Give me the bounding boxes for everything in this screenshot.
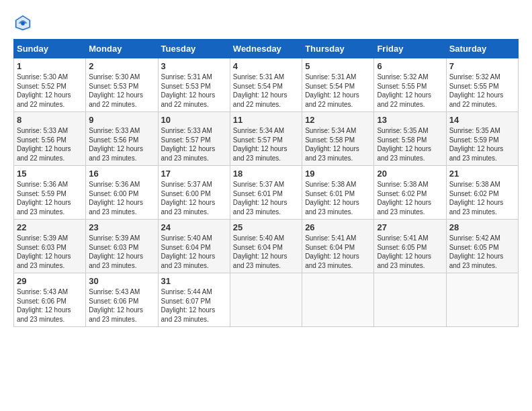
day-info: Sunrise: 5:40 AMSunset: 6:04 PMDaylight:… [161,234,227,270]
calendar-cell [230,273,302,327]
calendar-header-tuesday: Tuesday [158,40,230,58]
calendar-week-3: 15Sunrise: 5:36 AMSunset: 5:59 PMDayligh… [14,166,519,220]
day-number: 17 [161,169,227,179]
calendar-header-wednesday: Wednesday [230,40,302,58]
day-number: 25 [233,222,299,232]
day-number: 4 [233,61,299,71]
day-info: Sunrise: 5:30 AMSunset: 5:52 PMDaylight:… [17,73,83,109]
day-number: 12 [305,115,371,125]
day-number: 14 [449,115,515,125]
calendar-cell [446,273,518,327]
day-info: Sunrise: 5:35 AMSunset: 5:59 PMDaylight:… [449,126,515,163]
calendar-cell: 12Sunrise: 5:34 AMSunset: 5:58 PMDayligh… [302,112,374,166]
calendar-cell: 16Sunrise: 5:36 AMSunset: 6:00 PMDayligh… [86,166,158,220]
calendar-cell [302,273,374,327]
day-info: Sunrise: 5:39 AMSunset: 6:03 PMDaylight:… [89,234,154,270]
logo [13,13,35,32]
day-info: Sunrise: 5:31 AMSunset: 5:54 PMDaylight:… [233,73,299,109]
day-number: 16 [89,169,154,179]
day-number: 10 [161,115,227,125]
day-info: Sunrise: 5:32 AMSunset: 5:55 PMDaylight:… [377,73,443,109]
day-info: Sunrise: 5:35 AMSunset: 5:58 PMDaylight:… [377,126,443,163]
calendar-cell: 23Sunrise: 5:39 AMSunset: 6:03 PMDayligh… [86,220,158,273]
day-number: 22 [17,222,83,232]
calendar-cell: 1Sunrise: 5:30 AMSunset: 5:52 PMDaylight… [14,58,86,112]
day-info: Sunrise: 5:41 AMSunset: 6:05 PMDaylight:… [377,234,443,270]
calendar-cell: 22Sunrise: 5:39 AMSunset: 6:03 PMDayligh… [14,220,86,273]
day-info: Sunrise: 5:38 AMSunset: 6:01 PMDaylight:… [305,180,371,216]
calendar-cell [374,273,446,327]
calendar-cell: 3Sunrise: 5:31 AMSunset: 5:53 PMDaylight… [158,58,230,112]
day-number: 31 [161,276,227,286]
day-number: 8 [17,115,83,125]
day-number: 21 [449,169,515,179]
calendar-cell: 4Sunrise: 5:31 AMSunset: 5:54 PMDaylight… [230,58,302,112]
day-info: Sunrise: 5:30 AMSunset: 5:53 PMDaylight:… [89,73,154,109]
calendar-cell: 24Sunrise: 5:40 AMSunset: 6:04 PMDayligh… [158,220,230,273]
day-number: 28 [449,222,515,232]
calendar-cell: 13Sunrise: 5:35 AMSunset: 5:58 PMDayligh… [374,112,446,166]
day-info: Sunrise: 5:37 AMSunset: 6:01 PMDaylight:… [233,180,299,216]
calendar-cell: 21Sunrise: 5:38 AMSunset: 6:02 PMDayligh… [446,166,518,220]
calendar-header-thursday: Thursday [302,40,374,58]
page-header [13,13,519,32]
calendar-cell: 27Sunrise: 5:41 AMSunset: 6:05 PMDayligh… [374,220,446,273]
day-info: Sunrise: 5:43 AMSunset: 6:06 PMDaylight:… [17,287,83,324]
calendar-header-sunday: Sunday [14,40,86,58]
calendar-cell: 2Sunrise: 5:30 AMSunset: 5:53 PMDaylight… [86,58,158,112]
calendar-week-1: 1Sunrise: 5:30 AMSunset: 5:52 PMDaylight… [14,58,519,112]
calendar-cell: 18Sunrise: 5:37 AMSunset: 6:01 PMDayligh… [230,166,302,220]
day-number: 30 [89,276,154,286]
calendar-cell: 29Sunrise: 5:43 AMSunset: 6:06 PMDayligh… [14,273,86,327]
day-info: Sunrise: 5:38 AMSunset: 6:02 PMDaylight:… [449,180,515,216]
day-info: Sunrise: 5:31 AMSunset: 5:54 PMDaylight:… [305,73,371,109]
day-info: Sunrise: 5:42 AMSunset: 6:05 PMDaylight:… [449,234,515,270]
day-info: Sunrise: 5:43 AMSunset: 6:06 PMDaylight:… [89,287,154,324]
logo-icon [13,13,32,32]
day-info: Sunrise: 5:37 AMSunset: 6:00 PMDaylight:… [161,180,227,216]
day-number: 1 [17,61,83,71]
calendar-cell: 26Sunrise: 5:41 AMSunset: 6:04 PMDayligh… [302,220,374,273]
calendar-header-row: SundayMondayTuesdayWednesdayThursdayFrid… [14,40,519,58]
day-number: 3 [161,61,227,71]
day-number: 6 [377,61,443,71]
day-info: Sunrise: 5:38 AMSunset: 6:02 PMDaylight:… [377,180,443,216]
calendar-cell: 25Sunrise: 5:40 AMSunset: 6:04 PMDayligh… [230,220,302,273]
day-number: 5 [305,61,371,71]
calendar-cell: 5Sunrise: 5:31 AMSunset: 5:54 PMDaylight… [302,58,374,112]
day-info: Sunrise: 5:39 AMSunset: 6:03 PMDaylight:… [17,234,83,270]
calendar-cell: 9Sunrise: 5:33 AMSunset: 5:56 PMDaylight… [86,112,158,166]
day-number: 23 [89,222,154,232]
day-number: 24 [161,222,227,232]
day-number: 26 [305,222,371,232]
day-number: 9 [89,115,154,125]
day-info: Sunrise: 5:31 AMSunset: 5:53 PMDaylight:… [161,73,227,109]
day-number: 18 [233,169,299,179]
calendar-cell: 17Sunrise: 5:37 AMSunset: 6:00 PMDayligh… [158,166,230,220]
day-number: 2 [89,61,154,71]
calendar-cell: 11Sunrise: 5:34 AMSunset: 5:57 PMDayligh… [230,112,302,166]
day-info: Sunrise: 5:44 AMSunset: 6:07 PMDaylight:… [161,287,227,324]
calendar-week-2: 8Sunrise: 5:33 AMSunset: 5:56 PMDaylight… [14,112,519,166]
calendar-cell: 10Sunrise: 5:33 AMSunset: 5:57 PMDayligh… [158,112,230,166]
day-info: Sunrise: 5:33 AMSunset: 5:56 PMDaylight:… [17,126,83,163]
day-number: 20 [377,169,443,179]
calendar-cell: 30Sunrise: 5:43 AMSunset: 6:06 PMDayligh… [86,273,158,327]
calendar-week-4: 22Sunrise: 5:39 AMSunset: 6:03 PMDayligh… [14,220,519,273]
calendar-cell: 31Sunrise: 5:44 AMSunset: 6:07 PMDayligh… [158,273,230,327]
svg-point-2 [21,21,25,26]
day-info: Sunrise: 5:36 AMSunset: 5:59 PMDaylight:… [17,180,83,216]
calendar-cell: 28Sunrise: 5:42 AMSunset: 6:05 PMDayligh… [446,220,518,273]
day-info: Sunrise: 5:34 AMSunset: 5:57 PMDaylight:… [233,126,299,163]
calendar-header-monday: Monday [86,40,158,58]
day-number: 13 [377,115,443,125]
calendar-week-5: 29Sunrise: 5:43 AMSunset: 6:06 PMDayligh… [14,273,519,327]
day-number: 15 [17,169,83,179]
calendar-header-friday: Friday [374,40,446,58]
day-info: Sunrise: 5:33 AMSunset: 5:56 PMDaylight:… [89,126,154,163]
calendar-cell: 20Sunrise: 5:38 AMSunset: 6:02 PMDayligh… [374,166,446,220]
day-info: Sunrise: 5:36 AMSunset: 6:00 PMDaylight:… [89,180,154,216]
calendar-cell: 14Sunrise: 5:35 AMSunset: 5:59 PMDayligh… [446,112,518,166]
calendar-cell: 19Sunrise: 5:38 AMSunset: 6:01 PMDayligh… [302,166,374,220]
day-number: 19 [305,169,371,179]
